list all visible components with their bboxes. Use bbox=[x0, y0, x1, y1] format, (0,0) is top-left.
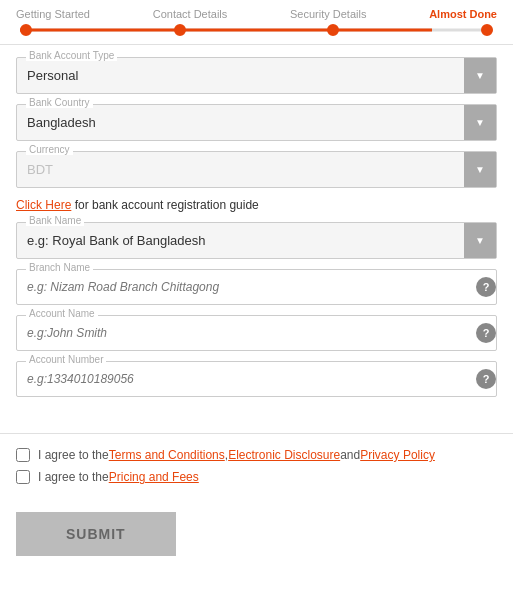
account-number-group: Account Number ? bbox=[16, 361, 497, 397]
click-here-row: Click Here for bank account registration… bbox=[16, 198, 497, 212]
pricing-link[interactable]: Pricing and Fees bbox=[109, 470, 199, 484]
click-here-link[interactable]: Click Here bbox=[16, 198, 71, 212]
checkbox-section: I agree to the Terms and Conditions, Ele… bbox=[0, 448, 513, 484]
bank-country-label: Bank Country bbox=[26, 97, 93, 108]
branch-name-wrapper: ? bbox=[16, 269, 497, 305]
bank-account-type-label: Bank Account Type bbox=[26, 50, 117, 61]
account-name-label: Account Name bbox=[26, 308, 98, 319]
step-label-contact: Contact Details bbox=[153, 8, 228, 20]
terms-link2[interactable]: Electronic Disclosure bbox=[228, 448, 340, 462]
step-label-almost-done: Almost Done bbox=[429, 8, 497, 20]
branch-name-input[interactable] bbox=[17, 270, 470, 304]
step-dots bbox=[20, 24, 493, 36]
progress-section: Getting Started Contact Details Security… bbox=[0, 0, 513, 34]
currency-label: Currency bbox=[26, 144, 73, 155]
terms-and: and bbox=[340, 448, 360, 462]
bank-account-type-wrapper: Personal bbox=[16, 57, 497, 94]
pricing-checkbox-row: I agree to the Pricing and Fees bbox=[16, 470, 497, 484]
account-name-input[interactable] bbox=[17, 316, 470, 350]
account-name-help-icon[interactable]: ? bbox=[476, 323, 496, 343]
submit-button[interactable]: SUBMIT bbox=[16, 512, 176, 556]
bank-name-group: Bank Name e.g: Royal Bank of Bangladesh bbox=[16, 222, 497, 259]
terms-link1[interactable]: Terms and Conditions bbox=[109, 448, 225, 462]
step-label-security: Security Details bbox=[290, 8, 366, 20]
step-dot-3 bbox=[327, 24, 339, 36]
progress-track bbox=[20, 26, 493, 34]
account-number-label: Account Number bbox=[26, 354, 106, 365]
bank-country-group: Bank Country Bangladesh bbox=[16, 104, 497, 141]
account-number-wrapper: ? bbox=[16, 361, 497, 397]
bank-account-type-group: Bank Account Type Personal bbox=[16, 57, 497, 94]
terms-link3[interactable]: Privacy Policy bbox=[360, 448, 435, 462]
branch-name-group: Branch Name ? bbox=[16, 269, 497, 305]
bank-account-type-select[interactable]: Personal bbox=[17, 58, 496, 93]
form-section: Bank Account Type Personal Bank Country … bbox=[0, 45, 513, 419]
branch-name-help-icon[interactable]: ? bbox=[476, 277, 496, 297]
terms-checkbox[interactable] bbox=[16, 448, 30, 462]
account-name-group: Account Name ? bbox=[16, 315, 497, 351]
form-divider bbox=[0, 433, 513, 434]
step-dot-4 bbox=[481, 24, 493, 36]
currency-select[interactable]: BDT bbox=[17, 152, 496, 187]
step-dot-1 bbox=[20, 24, 32, 36]
pricing-checkbox[interactable] bbox=[16, 470, 30, 484]
bank-name-wrapper: e.g: Royal Bank of Bangladesh bbox=[16, 222, 497, 259]
terms-checkbox-row: I agree to the Terms and Conditions, Ele… bbox=[16, 448, 497, 462]
submit-section: SUBMIT bbox=[0, 492, 513, 572]
currency-wrapper: BDT bbox=[16, 151, 497, 188]
account-name-wrapper: ? bbox=[16, 315, 497, 351]
bank-country-select[interactable]: Bangladesh bbox=[17, 105, 496, 140]
click-here-suffix: for bank account registration guide bbox=[71, 198, 258, 212]
step-dot-2 bbox=[174, 24, 186, 36]
step-labels: Getting Started Contact Details Security… bbox=[16, 8, 497, 20]
branch-name-label: Branch Name bbox=[26, 262, 93, 273]
step-label-getting-started: Getting Started bbox=[16, 8, 90, 20]
bank-country-wrapper: Bangladesh bbox=[16, 104, 497, 141]
account-number-input[interactable] bbox=[17, 362, 470, 396]
pricing-prefix: I agree to the bbox=[38, 470, 109, 484]
bank-name-select[interactable]: e.g: Royal Bank of Bangladesh bbox=[17, 223, 496, 258]
currency-group: Currency BDT bbox=[16, 151, 497, 188]
account-number-help-icon[interactable]: ? bbox=[476, 369, 496, 389]
terms-prefix: I agree to the bbox=[38, 448, 109, 462]
bank-name-label: Bank Name bbox=[26, 215, 84, 226]
